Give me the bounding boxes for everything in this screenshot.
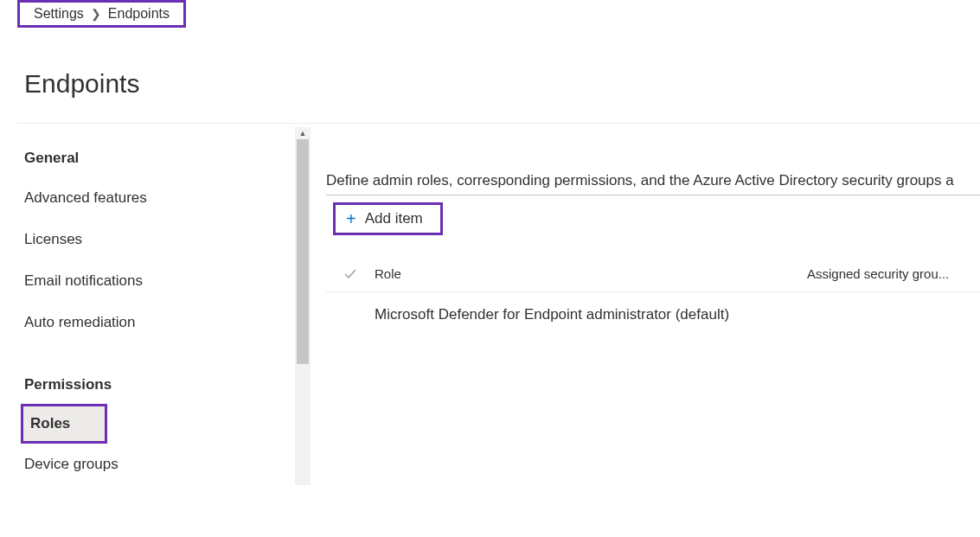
table-row[interactable]: Microsoft Defender for Endpoint administ… <box>326 292 980 337</box>
sidebar-item-licenses[interactable]: Licenses <box>24 219 258 260</box>
sidebar-section-permissions: Permissions <box>24 368 281 404</box>
roles-description: Define admin roles, corresponding permis… <box>326 172 980 195</box>
role-name: Microsoft Defender for Endpoint administ… <box>375 306 807 323</box>
column-header-assigned-groups[interactable]: Assigned security grou... <box>807 266 980 281</box>
add-item-button[interactable]: + Add item <box>333 202 443 235</box>
breadcrumb-parent[interactable]: Settings <box>34 6 84 22</box>
add-item-label: Add item <box>365 210 423 227</box>
main-content: Define admin roles, corresponding permis… <box>281 124 980 485</box>
scrollbar-thumb[interactable] <box>297 139 309 364</box>
sidebar-section-general: General <box>24 141 281 177</box>
breadcrumb-current[interactable]: Endpoints <box>108 6 170 22</box>
checkmark-icon[interactable] <box>326 267 375 281</box>
page-title: Endpoints <box>24 69 980 99</box>
scrollbar-up-arrow-icon[interactable]: ▲ <box>295 127 311 139</box>
sidebar-item-advanced-features[interactable]: Advanced features <box>24 177 258 219</box>
sidebar-item-auto-remediation[interactable]: Auto remediation <box>24 302 258 343</box>
sidebar-scrollbar[interactable]: ▲ <box>295 127 311 485</box>
column-header-role[interactable]: Role <box>375 266 807 281</box>
chevron-right-icon: ❯ <box>91 7 101 21</box>
table-header: Role Assigned security grou... <box>326 259 980 292</box>
sidebar-item-email-notifications[interactable]: Email notifications <box>24 260 258 302</box>
plus-icon: + <box>346 210 356 227</box>
sidebar-item-roles[interactable]: Roles <box>21 404 107 444</box>
sidebar: General Advanced features Licenses Email… <box>17 124 281 485</box>
roles-table: Role Assigned security grou... Microsoft… <box>326 259 980 337</box>
breadcrumb: Settings ❯ Endpoints <box>17 0 186 28</box>
sidebar-item-device-groups[interactable]: Device groups <box>24 444 258 485</box>
